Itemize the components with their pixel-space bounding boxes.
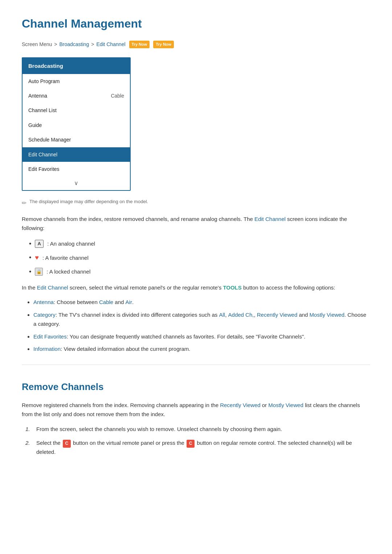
recently-viewed-link-2[interactable]: Recently Viewed (220, 402, 260, 408)
remove-channels-heading: Remove Channels (22, 379, 370, 395)
intro-paragraph: Remove channels from the index, restore … (22, 214, 370, 233)
tools-link: TOOLS (223, 284, 241, 291)
menu-item-channel-list[interactable]: Channel List (23, 103, 130, 118)
menu-item-auto-program[interactable]: Auto Program (23, 74, 130, 89)
breadcrumb: Screen Menu > Broadcasting > Edit Channe… (22, 40, 370, 48)
menu-item-antenna[interactable]: Antenna Cable (23, 89, 130, 103)
all-link[interactable]: All (219, 312, 225, 318)
icon-list-item-favorite: ♥ : A favorite channel (29, 253, 370, 263)
menu-header: Broadcasting (23, 58, 130, 74)
section-divider (22, 365, 370, 365)
remove-steps: From the screen, select the channels you… (25, 425, 370, 457)
c-button-2: C (187, 440, 195, 448)
icon-desc-analog: : An analog channel (47, 239, 95, 248)
option-information-link[interactable]: Information (33, 346, 61, 352)
options-list: Antenna: Choose between Cable and Air. C… (33, 298, 370, 354)
lock-icon: 🔒 (35, 268, 43, 276)
step-1-text: From the screen, select the channels you… (36, 425, 282, 434)
option-category-link[interactable]: Category (33, 312, 56, 318)
try-now-badge-1[interactable]: Try Now (129, 41, 150, 49)
cable-link[interactable]: Cable (99, 299, 113, 305)
icon-list-item-locked: 🔒 : A locked channel (29, 267, 370, 277)
menu-footer-chevron: ∨ (23, 176, 130, 190)
edit-channel-link-2[interactable]: Edit Channel (37, 284, 68, 291)
option-edit-favorites-link[interactable]: Edit Favorites (33, 333, 67, 340)
page-title: Channel Management (22, 15, 370, 33)
breadcrumb-link-edit-channel[interactable]: Edit Channel (96, 40, 125, 48)
menu-item-edit-favorites[interactable]: Edit Favorites (23, 162, 130, 176)
step-1: From the screen, select the channels you… (25, 425, 370, 434)
icon-list-item-analog: A : An analog channel (29, 239, 370, 249)
note-text: The displayed image may differ depending… (29, 198, 148, 206)
c-button-1: C (63, 440, 71, 448)
menu-item-guide[interactable]: Guide (23, 118, 130, 132)
icon-desc-favorite: : A favorite channel (42, 254, 89, 262)
pencil-icon: ✏ (22, 198, 26, 208)
option-category: Category: The TV's channel index is divi… (33, 311, 370, 329)
option-antenna-link[interactable]: Antenna (33, 299, 54, 305)
icons-list: A : An analog channel ♥ : A favorite cha… (29, 239, 370, 277)
menu-item-schedule-manager[interactable]: Schedule Manager (23, 132, 130, 147)
recently-viewed-link-1[interactable]: Recently Viewed (257, 312, 297, 318)
try-now-badge-2[interactable]: Try Now (153, 41, 174, 49)
mostly-viewed-link-2[interactable]: Mostly Viewed (268, 402, 303, 408)
menu-item-label: Channel List (28, 106, 57, 114)
menu-item-label: Edit Channel (28, 151, 57, 159)
option-antenna: Antenna: Choose between Cable and Air. (33, 298, 370, 307)
menu-item-value: Cable (111, 92, 124, 100)
step-2-text: Select the C button on the virtual remot… (36, 439, 370, 457)
option-information: Information: View detailed information a… (33, 345, 370, 354)
breadcrumb-sep1: > (54, 40, 57, 48)
mostly-viewed-link-1[interactable]: Mostly Viewed (310, 312, 344, 318)
remove-channels-intro: Remove registered channels from the inde… (22, 401, 370, 419)
breadcrumb-link-broadcasting[interactable]: Broadcasting (59, 40, 89, 48)
menu-item-edit-channel[interactable]: Edit Channel (23, 147, 130, 162)
tools-paragraph: In the Edit Channel screen, select the v… (22, 283, 370, 292)
step-2: Select the C button on the virtual remot… (25, 439, 370, 457)
model-note: ✏ The displayed image may differ dependi… (22, 198, 370, 208)
breadcrumb-sep2: > (91, 40, 94, 48)
added-ch-link[interactable]: Added Ch, (228, 312, 254, 318)
menu-item-label: Schedule Manager (28, 136, 71, 144)
edit-channel-link-1[interactable]: Edit Channel (254, 216, 286, 222)
heart-icon: ♥ (35, 253, 39, 263)
icon-desc-locked: : A locked channel (46, 267, 90, 276)
menu-item-label: Guide (28, 121, 42, 129)
breadcrumb-start: Screen Menu (22, 40, 52, 48)
option-edit-favorites: Edit Favorites: You can designate freque… (33, 332, 370, 341)
analog-icon: A (35, 240, 44, 248)
menu-item-label: Antenna (28, 92, 47, 100)
menu-item-label: Edit Favorites (28, 165, 60, 173)
menu-item-label: Auto Program (28, 77, 60, 85)
menu-panel: Broadcasting Auto Program Antenna Cable … (22, 57, 131, 191)
air-link[interactable]: Air (126, 299, 132, 305)
